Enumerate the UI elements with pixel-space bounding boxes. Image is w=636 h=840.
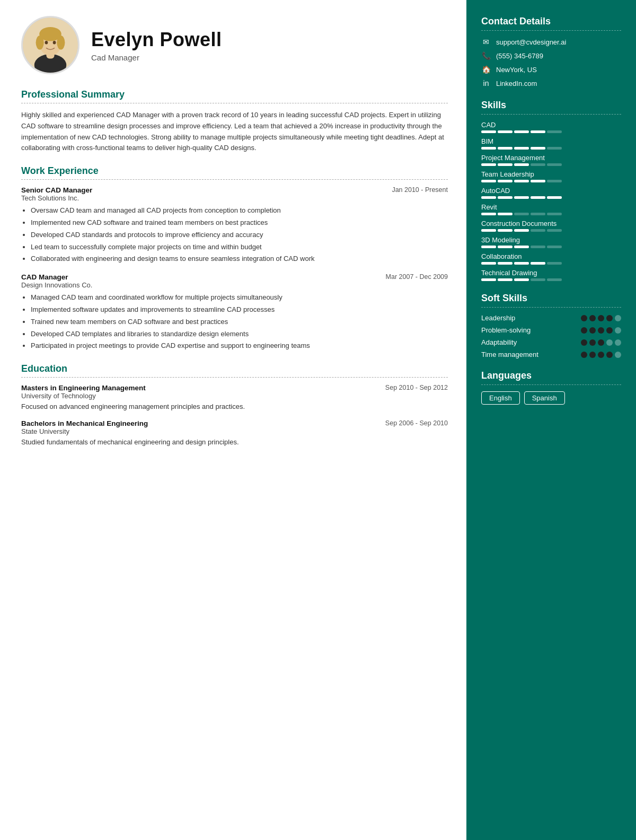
soft-skills-section: Soft Skills Leadership Problem-solving A… [481,293,621,358]
skill-bar-segment [481,262,496,265]
resume-header: Evelyn Powell Cad Manager [21,16,448,74]
skill-bar-segment [514,229,529,232]
job-company: Tech Solutions Inc. [21,194,448,202]
skill-bar-segment [481,278,496,281]
skill-item: BIM [481,137,621,150]
soft-skill-dot [589,327,596,334]
job-dates: Jan 2010 - Present [392,186,448,194]
skill-bar-segment [498,278,513,281]
skill-bar-segment [481,130,496,133]
skill-name: BIM [481,137,621,145]
skill-bar-segment [498,180,513,182]
soft-skill-dot [581,327,587,334]
skill-bar-segment [514,130,529,133]
contact-icon: in [481,78,491,88]
soft-skill-dots [581,315,621,321]
left-column: Evelyn Powell Cad Manager Professional S… [0,0,466,840]
soft-skill-item: Time management [481,351,621,358]
skill-bar-segment [547,246,562,248]
edu-header: Masters in Engineering Management Sep 20… [21,384,448,392]
skill-bar-segment [531,163,545,166]
skill-item: AutoCAD [481,187,621,199]
skill-bar [481,163,621,166]
person-title: Cad Manager [91,53,222,62]
soft-skill-dot [581,315,587,321]
contact-text: support@cvdesigner.ai [496,38,566,46]
skill-bar-segment [498,262,513,265]
job-dates: Mar 2007 - Dec 2009 [386,273,448,281]
bullet-item: Developed CAD templates and libraries to… [31,329,448,340]
skill-bar-segment [514,196,529,199]
avatar [21,16,80,74]
summary-text: Highly skilled and experienced CAD Manag… [21,110,448,154]
contact-item: 📞 (555) 345-6789 [481,51,621,60]
soft-skills-list: Leadership Problem-solving Adaptability … [481,314,621,358]
skill-name: AutoCAD [481,187,621,195]
skill-item: Revit [481,203,621,215]
soft-skill-dot [615,327,621,334]
skill-bar [481,262,621,265]
job-item: Senior CAD Manager Jan 2010 - Present Te… [21,186,448,265]
soft-skill-dot [598,315,604,321]
bullet-item: Trained new team members on CAD software… [31,317,448,328]
soft-skill-dot [581,352,587,358]
edu-item: Masters in Engineering Management Sep 20… [21,384,448,412]
soft-skill-dot [589,352,596,358]
skill-bar-segment [547,147,562,150]
skill-bar [481,229,621,232]
education-title: Education [21,363,448,374]
skill-name: Team Leadership [481,170,621,178]
skill-bar-segment [531,246,545,248]
edu-desc: Focused on advanced engineering manageme… [21,401,448,412]
skill-bar-segment [481,163,496,166]
contact-text: NewYork, US [496,66,537,74]
soft-skill-name: Problem-solving [481,326,531,334]
summary-title: Professional Summary [21,89,448,100]
soft-skill-item: Leadership [481,314,621,322]
skill-bar-segment [531,130,545,133]
skill-bar-segment [481,180,496,182]
skill-bar-segment [514,147,529,150]
soft-skill-dot [589,339,596,346]
skill-bar-segment [514,246,529,248]
languages-section: Languages EnglishSpanish [481,370,621,405]
skills-title: Skills [481,100,621,111]
job-title: CAD Manager [21,273,68,281]
skill-bar-segment [514,163,529,166]
contact-divider [481,30,621,31]
job-bullets: Managed CAD team and coordinated workflo… [21,292,448,352]
soft-skill-dot [581,339,587,346]
skill-item: CAD [481,121,621,133]
job-item: CAD Manager Mar 2007 - Dec 2009 Design I… [21,273,448,352]
edu-degree: Bachelors in Mechanical Engineering [21,419,148,427]
education-list: Masters in Engineering Management Sep 20… [21,384,448,447]
edu-dates: Sep 2010 - Sep 2012 [385,384,448,391]
skill-bar-segment [481,246,496,248]
skill-bar-segment [498,130,513,133]
soft-skill-dot [598,327,604,334]
soft-skill-dot [606,327,613,334]
job-bullets: Oversaw CAD team and managed all CAD pro… [21,205,448,265]
soft-skill-dot [606,352,613,358]
edu-degree: Masters in Engineering Management [21,384,146,392]
skill-bar [481,278,621,281]
person-name: Evelyn Powell [91,29,222,51]
edu-item: Bachelors in Mechanical Engineering Sep … [21,419,448,448]
experience-section: Work Experience Senior CAD Manager Jan 2… [21,165,448,352]
languages-title: Languages [481,370,621,381]
skill-name: Technical Drawing [481,269,621,277]
skill-name: 3D Modeling [481,236,621,244]
skill-bar-segment [531,147,545,150]
bullet-item: Collaborated with engineering and design… [31,253,448,265]
soft-skill-name: Adaptability [481,338,517,346]
skill-bar-segment [531,180,545,182]
language-tag: English [481,391,520,405]
svg-point-7 [45,41,48,45]
skill-bar-segment [514,262,529,265]
summary-divider [21,103,448,103]
skill-bar-segment [498,213,513,215]
skills-divider [481,114,621,115]
skill-bar-segment [498,196,513,199]
contact-item: in LinkedIn.com [481,78,621,88]
header-text: Evelyn Powell Cad Manager [91,29,222,62]
